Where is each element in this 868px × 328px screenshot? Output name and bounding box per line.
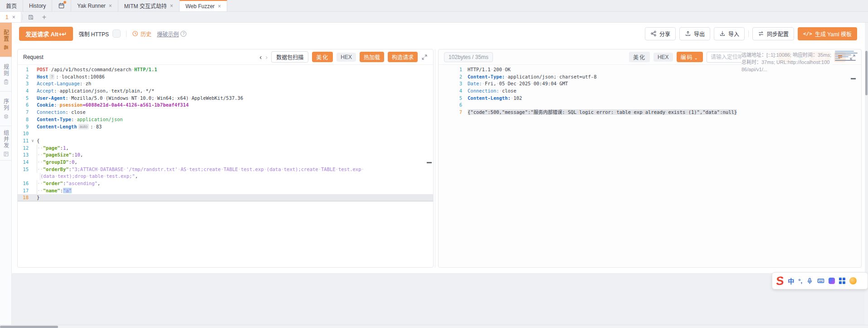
close-icon[interactable]: × — [109, 3, 112, 9]
horizontal-scrollbar-thumb[interactable] — [0, 326, 58, 328]
force-https-toggle[interactable] — [112, 29, 121, 38]
sync-config-button[interactable]: 同步配置 — [752, 27, 794, 40]
generate-yaml-button[interactable]: </> 生成 Yaml 模板 — [798, 27, 857, 40]
blast-example-link[interactable]: 爆破示例 ? — [157, 30, 186, 38]
beautify-chip[interactable]: 美化 — [312, 52, 333, 62]
code-text[interactable]: Date:·Fri,·05·Dec·2025·00:49:04·GMT — [468, 80, 861, 88]
export-button[interactable]: 导出 — [679, 27, 710, 40]
ime-skin-icon[interactable] — [829, 278, 835, 284]
close-icon[interactable]: × — [12, 14, 15, 20]
code-line[interactable]: 6 — [439, 102, 861, 109]
code-line[interactable]: 4Connection:·close — [439, 88, 861, 95]
code-text[interactable]: Content-Type:·application/json — [37, 116, 433, 123]
code-line[interactable]: 9Content-Lengthauto:·83 — [18, 123, 433, 131]
code-text[interactable]: Accept:·application/json,·text/plain,·*/… — [37, 88, 433, 95]
code-line[interactable]: 10 — [18, 130, 433, 137]
fullscreen-icon[interactable] — [421, 54, 428, 60]
ime-language-toggle[interactable]: 中 — [788, 276, 794, 285]
code-text[interactable]: Connection:·close — [468, 88, 861, 95]
encode-dropdown[interactable]: 编码⌄ — [677, 52, 703, 62]
code-text[interactable]: Content-Length:·102 — [468, 95, 861, 102]
tab-mitm[interactable]: MITM 交互式劫持 × — [118, 0, 180, 11]
fold-icon[interactable]: ∨ — [29, 137, 37, 145]
fuzzer-tab-1[interactable]: 1 × — [0, 12, 21, 22]
code-text[interactable]: Content-Lengthauto:·83 — [37, 123, 433, 131]
code-text[interactable]: (data·text);drop·table·test.exp;", — [37, 173, 433, 180]
code-line[interactable]: 7{"code":500,"message":"服务内部错误:·SQL·logi… — [439, 109, 861, 116]
code-line[interactable]: 1POST·/api/v1/hosts/command/search·HTTP/… — [18, 66, 433, 73]
code-text[interactable]: Cookie:·psession=6088e21d-0a44-4126-a561… — [37, 102, 433, 109]
sidebar-item-rules[interactable]: 规则 — [0, 57, 12, 92]
code-text[interactable]: Accept-Language:·zh — [37, 80, 433, 88]
code-text[interactable]: Host?:·localhost:10086 — [37, 73, 433, 81]
tab-web-fuzzer[interactable]: Web Fuzzer × — [180, 0, 227, 11]
code-text[interactable]: ··"order":"ascending", — [37, 180, 433, 187]
horizontal-scrollbar[interactable] — [0, 325, 868, 328]
code-line[interactable]: 2Host?:·localhost:10086 — [18, 73, 433, 81]
tab-history[interactable]: History — [23, 0, 52, 11]
panel-resizer[interactable] — [435, 49, 435, 268]
sogou-logo[interactable]: S — [775, 274, 785, 287]
code-text[interactable]: ··"page":1, — [37, 145, 433, 152]
code-line[interactable]: 2Content-Type:·application/json;·charset… — [439, 73, 861, 81]
code-line[interactable]: (data·text);drop·table·test.exp;", — [18, 173, 433, 180]
code-text[interactable]: Connection:·close — [37, 109, 433, 116]
hot-reload-button[interactable]: 热加载 — [360, 52, 384, 62]
code-line[interactable]: 12··"page":1, — [18, 145, 433, 152]
request-editor[interactable]: 1POST·/api/v1/hosts/command/search·HTTP/… — [18, 65, 433, 267]
code-line[interactable]: 3Accept-Language:·zh — [18, 80, 433, 88]
close-icon[interactable]: × — [218, 3, 221, 10]
tab-engine-console[interactable] — [52, 0, 71, 11]
code-line[interactable]: 5Content-Length:·102 — [439, 95, 861, 102]
code-line[interactable]: 17··"name":"a" — [18, 187, 433, 195]
code-text[interactable]: ··"name":"a" — [37, 187, 433, 195]
response-editor[interactable]: 1HTTP/1.1·200·OK2Content-Type:·applicati… — [439, 65, 861, 267]
sidebar-item-group-concurrent[interactable]: 组并发 — [0, 126, 12, 161]
code-line[interactable]: 13··"pageSize":10, — [18, 152, 433, 159]
code-line[interactable]: 11∨{ — [18, 137, 433, 145]
code-text[interactable]: } — [37, 194, 433, 201]
import-button[interactable]: 导入 — [714, 27, 745, 40]
chevron-left-icon[interactable]: ‹ — [259, 54, 262, 60]
emoji-icon[interactable] — [849, 277, 857, 284]
code-line[interactable]: 5User-Agent:·Mozilla/5.0·(Windows·NT·10.… — [18, 95, 433, 102]
build-request-button[interactable]: 构造请求 — [388, 52, 418, 62]
code-line[interactable]: 6Cookie:·psession=6088e21d-0a44-4126-a56… — [18, 102, 433, 109]
keyboard-icon[interactable] — [817, 277, 824, 284]
close-icon[interactable]: × — [170, 3, 173, 9]
vertical-scrollbar-thumb[interactable] — [865, 51, 868, 95]
code-line[interactable]: 4Accept:·application/json,·text/plain,·*… — [18, 88, 433, 95]
microphone-icon[interactable] — [806, 278, 813, 284]
tab-home[interactable]: 首页 — [0, 0, 23, 11]
code-text[interactable]: User-Agent:·Mozilla/5.0·(Windows·NT·10.0… — [37, 95, 433, 102]
code-text[interactable] — [37, 130, 433, 137]
ime-punctuation-toggle[interactable]: °, — [798, 278, 802, 284]
ime-menu-icon[interactable] — [839, 278, 845, 284]
code-line[interactable]: 8Content-Type:·application/json — [18, 116, 433, 123]
hex-chip[interactable]: HEX — [336, 53, 356, 62]
code-line[interactable]: 14··"groupID":0, — [18, 159, 433, 166]
code-text[interactable]: ··"pageSize":10, — [37, 152, 433, 159]
code-line[interactable]: 16··"order":"ascending", — [18, 180, 433, 187]
code-line[interactable]: 18} — [18, 194, 433, 201]
sidebar-item-config[interactable]: 配置 — [0, 23, 12, 57]
save-icon[interactable] — [24, 12, 38, 22]
code-text[interactable]: POST·/api/v1/hosts/command/search·HTTP/1… — [37, 66, 433, 73]
send-request-button[interactable]: 发送请求 Alt+↵ — [19, 27, 73, 41]
tab-yak-runner[interactable]: Yak Runner × — [71, 0, 118, 11]
code-text[interactable]: {"code":500,"message":"服务内部错误:·SQL·logic… — [468, 109, 861, 116]
share-button[interactable]: 分享 — [645, 27, 676, 40]
history-button[interactable]: 历史 — [132, 30, 151, 38]
code-line[interactable]: 3Date:·Fri,·05·Dec·2025·00:49:04·GMT — [439, 80, 861, 88]
packet-scan-button[interactable]: 数据包扫描 — [271, 51, 308, 63]
code-line[interactable]: 7Connection:·close — [18, 109, 433, 116]
beautify-chip[interactable]: 美化 — [629, 52, 650, 62]
code-text[interactable]: ··"orderBy":"3;ATTACH·DATABASE·'/tmp/ran… — [37, 166, 433, 173]
add-tab-button[interactable]: + — [38, 12, 50, 22]
sidebar-item-sequence[interactable]: 序列 — [0, 92, 12, 126]
code-text[interactable]: Content-Type:·application/json;·charset=… — [468, 73, 861, 81]
code-text[interactable]: ··"groupID":0, — [37, 159, 433, 166]
hex-chip[interactable]: HEX — [653, 53, 673, 62]
code-line[interactable]: 15··"orderBy":"3;ATTACH·DATABASE·'/tmp/r… — [18, 166, 433, 173]
code-text[interactable]: { — [37, 137, 433, 145]
